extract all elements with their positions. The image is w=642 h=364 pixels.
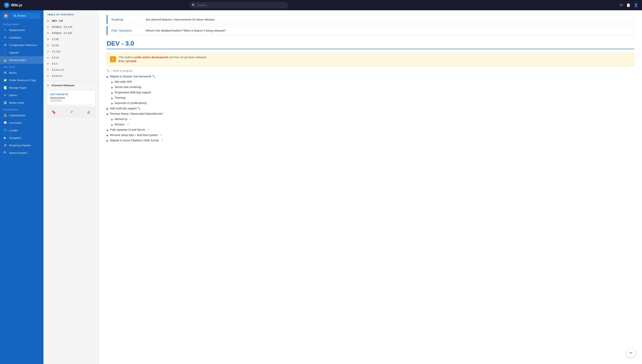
toc-item-v2012[interactable]: ▶ 2.0.12: [44, 54, 99, 60]
manage-pages-icon: 📄: [3, 86, 7, 90]
sidebar-top: 🏠 ⊞ Browse: [0, 10, 44, 21]
browse-button[interactable]: ⊞ Browse: [11, 13, 40, 19]
sidebar-item-installation[interactable]: ✦ Installation: [0, 34, 44, 41]
toc-chevron-v2012: ▶: [48, 56, 50, 59]
callout-roadmap: Roadmap See planned features / improveme…: [107, 15, 634, 24]
sidebar-item-authentication[interactable]: 🔒 Authentication: [0, 112, 44, 119]
toc-item-stable24[interactable]: ▶ STABLE - 2.4.107: [44, 30, 99, 36]
section-label-getting-started: Getting Started: [0, 21, 44, 26]
sidebar-item-configuration[interactable]: ⚙ Configuration Reference: [0, 41, 44, 49]
section-label-user-guide: User Guide: [0, 64, 44, 69]
editors-icon: ✏: [3, 93, 7, 97]
toc-item-v2251[interactable]: ▶ 2.2.51: [44, 42, 99, 48]
sidebar-item-media-assets[interactable]: 🖼 Media Assets: [0, 99, 44, 106]
sub-bullet-icon: ▶: [111, 118, 113, 121]
last-edited-label: LAST EDITED BY: [50, 93, 92, 96]
comments-icon: 💬: [3, 121, 7, 125]
check-icon: ✓: [130, 118, 132, 120]
check-icon: ✓: [127, 123, 129, 126]
user-icon[interactable]: 👤: [634, 3, 638, 7]
edit-fab[interactable]: ✏: [626, 348, 636, 358]
faq-link[interactable]: FAQ / Questions: [111, 29, 139, 32]
list-item: ▶ Site-wide SPA: [107, 79, 634, 84]
bullet-icon: ▶: [107, 113, 109, 116]
sub-bullet-icon: ▶: [111, 102, 113, 105]
toc-header: TABLE OF CONTENTS: [44, 10, 99, 18]
list-item: ▶ Fully separate UI and Server ✓: [107, 127, 634, 132]
media-assets-icon: 🖼: [3, 101, 7, 104]
faq-description: Where's the detailed timeline? When is f…: [146, 29, 226, 32]
search-engines-icon: 🔍: [3, 151, 7, 155]
navigation-icon: ▶: [3, 136, 7, 140]
upgrade-icon: ↑: [3, 50, 7, 54]
section-label-administration: Administration: [0, 106, 44, 112]
sidebar-item-locales[interactable]: 🌐 Locales: [0, 126, 44, 134]
sidebar-item-basics[interactable]: ⊞ Basics: [0, 69, 44, 76]
toc-item-v200rc17[interactable]: ▶ 2.0.0-rc.17: [44, 67, 99, 73]
configuration-icon: ⚙: [3, 43, 7, 47]
folder-icon: 📁: [3, 78, 7, 82]
toc-item-v201[interactable]: ▶ 2.0.1: [44, 60, 99, 67]
page-icon[interactable]: 📋: [626, 3, 630, 7]
action-bar: 🔖 ↗ 🖨: [47, 107, 95, 117]
roadmap-link[interactable]: Roadmap: [111, 18, 139, 21]
toc-item-stable25[interactable]: ▶ STABLE - 2.5.170: [44, 24, 99, 30]
sidebar-item-editors[interactable]: ✏ Editors: [0, 92, 44, 99]
callout-faq: FAQ / Questions Where's the detailed tim…: [107, 26, 634, 35]
topnav: Wiki.js 🔍 🏷 📋 👤: [0, 0, 642, 10]
toc-chevron-dev3: ▶: [48, 20, 50, 22]
sidebar-item-upgrade[interactable]: ↑ Upgrade: [0, 49, 44, 56]
list-item: ▶ Moment.js ✓: [107, 116, 634, 122]
sidebar-item-requirements[interactable]: ✓ Requirements: [0, 26, 44, 34]
toc-chevron-previous: ▶: [48, 84, 50, 87]
search-input[interactable]: [189, 2, 288, 8]
logo[interactable]: Wiki.js: [4, 2, 22, 8]
logo-icon: [4, 2, 10, 8]
bookmark-button[interactable]: 🔖: [49, 109, 58, 115]
toc-item-v2381[interactable]: ▶ 2.3.81: [44, 36, 99, 42]
basics-icon: ⊞: [3, 71, 7, 74]
release-notes-icon: 🔥: [3, 58, 7, 62]
action-bar-divider2: [80, 110, 80, 114]
warning-icon: ⚠: [110, 56, 116, 62]
sub-bullet-icon: ▶: [111, 86, 113, 89]
wip-label: 🔧 = Work in progress: [107, 69, 634, 72]
sidebar-item-rendering-pipeline[interactable]: ⚙ Rendering Pipeline: [0, 142, 44, 149]
tags-icon[interactable]: 🏷: [619, 3, 623, 7]
sidebar-item-comments[interactable]: 💬 Comments: [0, 119, 44, 126]
toc-item-v21113[interactable]: ▶ 2.1.113: [44, 48, 99, 54]
browse-icon: ⊞: [14, 14, 16, 17]
rendering-pipeline-icon: ⚙: [3, 143, 7, 147]
bullet-icon: ▶: [107, 129, 109, 132]
check-icon: ✓: [160, 134, 163, 136]
toc-chevron-v2251: ▶: [48, 44, 50, 46]
sidebar-item-navigation[interactable]: ▶ Navigation: [0, 134, 44, 142]
toc-item-dev3[interactable]: ▶ DEV - 3.0: [44, 18, 99, 24]
wip-icon: 🔧: [107, 69, 110, 72]
last-edited-box: LAST EDITED BY Administrator 10/26/2020: [47, 90, 95, 105]
sub-bullet-icon: ▶: [111, 124, 113, 126]
print-button[interactable]: 🖨: [85, 109, 93, 115]
toc-item-v200rc1[interactable]: ▶ 2.0.0-rc.1: [44, 73, 99, 79]
authentication-icon: 🔒: [3, 113, 7, 117]
toc-divider: [44, 80, 99, 81]
app-layout: 🏠 ⊞ Browse Getting Started ✓ Requirement…: [0, 10, 642, 364]
page-title: DEV - 3.0: [107, 40, 634, 49]
toc-panel: TABLE OF CONTENTS ▶ DEV - 3.0 ▶ STABLE -…: [44, 10, 99, 364]
toc-item-previous[interactable]: ▶ Previous Releases: [44, 82, 99, 88]
sidebar-item-manage-pages[interactable]: 📄 Manage Pages: [0, 84, 44, 92]
sidebar-item-release-notes[interactable]: 🔥 Release Notes: [0, 56, 44, 64]
home-icon[interactable]: 🏠: [3, 13, 9, 18]
share-button[interactable]: ↗: [68, 109, 75, 115]
list-item: ▶ Remove heavy / deprecated dependencies…: [107, 111, 634, 116]
sidebar-item-folder-structure[interactable]: 📁 Folder Structure & Tags: [0, 76, 44, 84]
sub-bullet-icon: ▶: [111, 92, 113, 94]
list-item: ▶ Migrate to Quasar Vue framework 🔧: [107, 74, 634, 79]
sidebar: 🏠 ⊞ Browse Getting Started ✓ Requirement…: [0, 10, 44, 364]
list-item: ▶ Improved UI (notifications): [107, 100, 634, 106]
sidebar-item-search-engines[interactable]: 🔍 Search Engines: [0, 149, 44, 156]
installation-icon: ✦: [3, 36, 7, 40]
toc-chevron-stable25: ▶: [48, 26, 50, 28]
toc-chevron-v21113: ▶: [48, 50, 50, 53]
roadmap-description: See planned features / improvements for …: [146, 18, 215, 21]
